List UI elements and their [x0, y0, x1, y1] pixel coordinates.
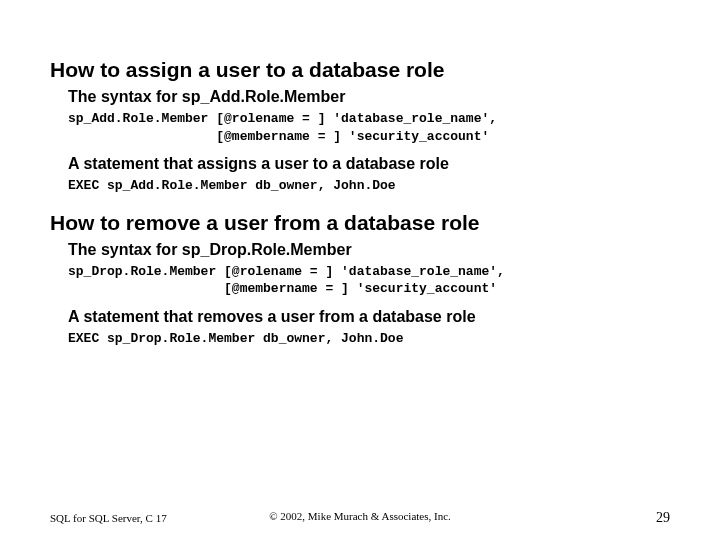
- subheading-assign-statement: A statement that assigns a user to a dat…: [68, 155, 670, 173]
- subheading-remove-syntax: The syntax for sp_Drop.Role.Member: [68, 241, 670, 259]
- subheading-remove-statement: A statement that removes a user from a d…: [68, 308, 670, 326]
- footer-center: © 2002, Mike Murach & Associates, Inc.: [0, 510, 720, 522]
- heading-assign: How to assign a user to a database role: [50, 58, 670, 82]
- subheading-assign-syntax: The syntax for sp_Add.Role.Member: [68, 88, 670, 106]
- slide-body: How to assign a user to a database role …: [0, 0, 720, 347]
- heading-remove: How to remove a user from a database rol…: [50, 211, 670, 235]
- code-assign-syntax: sp_Add.Role.Member [@rolename = ] 'datab…: [68, 110, 670, 145]
- code-remove-statement: EXEC sp_Drop.Role.Member db_owner, John.…: [68, 330, 670, 348]
- code-remove-syntax: sp_Drop.Role.Member [@rolename = ] 'data…: [68, 263, 670, 298]
- code-assign-statement: EXEC sp_Add.Role.Member db_owner, John.D…: [68, 177, 670, 195]
- footer: SQL for SQL Server, C 17 © 2002, Mike Mu…: [0, 510, 720, 526]
